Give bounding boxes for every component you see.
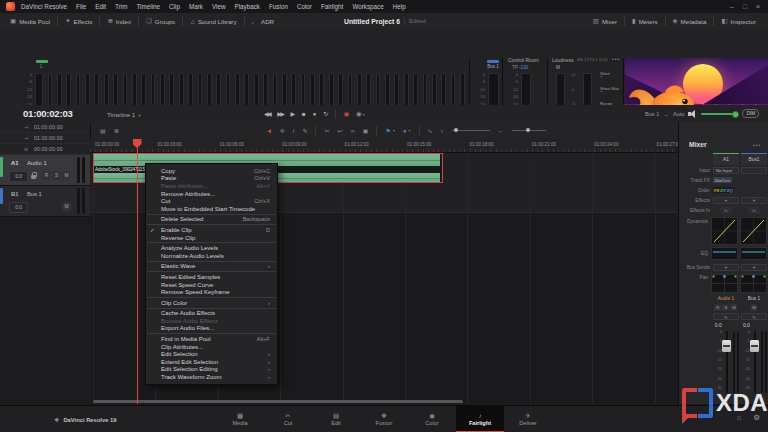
tab-media[interactable]: ▦Media [216, 406, 264, 432]
automation-wave-a1[interactable]: ∿ [713, 313, 739, 320]
solo-button[interactable]: S [52, 171, 61, 180]
menu-item-timeline[interactable]: Timeline [136, 3, 160, 10]
stop-button[interactable]: ■ [302, 111, 306, 117]
chevron-down-icon[interactable]: ▾ [393, 128, 395, 133]
waveform-zoom-icon[interactable]: ∿ [428, 128, 433, 134]
record-arm-button[interactable]: R [714, 304, 721, 311]
lock-icon[interactable] [31, 172, 37, 179]
effects-in-toggle-bus1[interactable]: In [748, 207, 760, 214]
menu-item-view[interactable]: View [212, 3, 226, 10]
button-effects[interactable]: ✦Effects [65, 17, 92, 25]
menu-item-extend-edit-selection[interactable]: Extend Edit Selection› [146, 358, 277, 366]
track-height-slider[interactable] [452, 130, 490, 132]
menu-item-fairlight[interactable]: Fairlight [321, 3, 343, 10]
timeline-view-options-icon[interactable]: ▤ [100, 128, 106, 134]
slider-handle[interactable] [454, 128, 459, 133]
timeline-zoom-slider[interactable] [512, 130, 546, 132]
window-maximize-button[interactable]: □ [743, 0, 747, 13]
menu-item-davinci-resolve[interactable]: DaVinci Resolve [21, 3, 67, 10]
mixer-options-icon[interactable]: ••• [753, 142, 761, 148]
menu-item-help[interactable]: Help [393, 3, 406, 10]
vertical-zoom-icon[interactable]: ↕ [441, 128, 444, 134]
razor-tool-icon[interactable]: ✂ [324, 128, 329, 134]
effects-in-toggle-a1[interactable]: In [720, 207, 732, 214]
mute-button[interactable]: M [750, 304, 757, 311]
dialogue-leveler-badge[interactable]: Dial Lev [713, 177, 732, 183]
add-bus-send-bus1[interactable]: + [741, 264, 767, 271]
horizontal-scrollbar[interactable] [93, 400, 463, 403]
channel-tab-bus1[interactable]: Bus1 [741, 153, 767, 165]
menu-item-edit-selection[interactable]: Edit Selection› [146, 350, 277, 358]
menu-item-reset-edited-samples[interactable]: Reset Edited Samples [146, 273, 277, 281]
tab-cut[interactable]: ✂Cut [264, 406, 312, 432]
button-adr[interactable]: ♩ADR [252, 18, 275, 25]
tab-fusion[interactable]: ❖Fusion [360, 406, 408, 432]
solo-button[interactable]: S [722, 304, 729, 311]
track-header-bus1[interactable]: B1 Bus 1 0.0 M [0, 186, 90, 217]
menu-item-cut[interactable]: CutCtrl+X [146, 197, 277, 205]
automation-mode-icon[interactable]: ◉▾ [356, 110, 373, 118]
selection-pointer-icon[interactable]: ➤ [265, 127, 273, 134]
menu-item-edit[interactable]: Edit [95, 3, 106, 10]
eq-curve-a1[interactable] [711, 247, 738, 260]
menu-item-copy[interactable]: CopyCtrl+C [146, 167, 277, 175]
volume-slider[interactable] [701, 113, 738, 115]
automation-wave-bus1[interactable]: ∿ [741, 313, 767, 320]
fader-handle[interactable] [750, 340, 759, 352]
timeline-selector[interactable]: Timeline 1▾ [107, 111, 141, 118]
track-name[interactable]: Audio 1 [27, 160, 47, 166]
trim-tool-icon[interactable]: ✛ [280, 128, 285, 134]
menu-item-paste[interactable]: PasteCtrl+V [146, 175, 277, 183]
processing-order-badges[interactable]: FXDYEQ [713, 187, 734, 193]
menu-item-clip[interactable]: Clip [169, 3, 180, 10]
horizontal-zoom-icon[interactable]: ↔ [498, 128, 504, 134]
add-bus-send-a1[interactable]: + [713, 264, 739, 271]
menu-item-edit-selection-editing[interactable]: Edit Selection Editing› [146, 366, 277, 374]
menu-item-remove-speed-keyframe[interactable]: Remove Speed Keyframe [146, 288, 277, 296]
loop-button[interactable]: ↻ [323, 111, 328, 117]
tab-color[interactable]: ◉Color [408, 406, 456, 432]
dynamics-curve-bus1[interactable] [740, 217, 767, 245]
track-gain-field[interactable]: 0.0 [9, 202, 28, 213]
menu-item-clip-color[interactable]: Clip Color› [146, 299, 277, 307]
eq-curve-bus1[interactable] [740, 247, 767, 260]
link-icon[interactable]: ∞ [351, 128, 355, 134]
button-mixer[interactable]: ▥Mixer [593, 17, 617, 25]
menu-item-reset-speed-curve[interactable]: Reset Speed Curve [146, 281, 277, 289]
button-metadata[interactable]: ◈Metadata [673, 17, 707, 25]
track-header-audio1[interactable]: A1 Audio 1 0.0 R S M [0, 155, 90, 186]
range-selection-icon[interactable]: I [293, 128, 295, 134]
marker-icon[interactable]: ● [403, 128, 407, 134]
loudness-menu-icon[interactable]: ••• [612, 56, 620, 62]
menu-item-delete-selected[interactable]: Delete SelectedBackspace [146, 216, 277, 224]
record-button[interactable]: ● [313, 111, 317, 117]
play-button[interactable]: ▶ [290, 111, 295, 117]
menu-item-fusion[interactable]: Fusion [269, 3, 288, 10]
menu-item-cache-audio-effects[interactable]: Cache Audio Effects [146, 310, 277, 318]
volume-knob[interactable] [732, 111, 739, 118]
dim-button[interactable]: DIM [742, 109, 759, 118]
menu-item-remove-attributes[interactable]: Remove Attributes... [146, 190, 277, 198]
mute-button[interactable]: M [62, 202, 71, 211]
snap-icon[interactable]: ↩ [338, 128, 343, 134]
fast-forward-button[interactable]: ▶▶ [277, 111, 283, 117]
timeline-ruler[interactable]: 01:00:00:0001:00:03:0001:00:06:0001:00:0… [90, 139, 678, 153]
fader-handle[interactable] [722, 340, 731, 352]
track-gain-field[interactable]: 0.0 [9, 171, 28, 182]
add-effect-button-a1[interactable]: + [713, 197, 739, 204]
tab-edit[interactable]: ▤Edit [312, 406, 360, 432]
menu-item-mark[interactable]: Mark [189, 3, 203, 10]
track-index-icon[interactable]: ≣ [114, 128, 119, 134]
rewind-button[interactable]: ◀◀ [264, 111, 270, 117]
input-select-bus1[interactable] [741, 167, 767, 174]
monitor-mode-label[interactable]: Auto [673, 111, 685, 117]
track-name[interactable]: Bus 1 [27, 191, 42, 197]
menu-item-enable-clip[interactable]: ✓Enable ClipD [146, 226, 277, 234]
menu-item-track-waveform-zoom[interactable]: Track Waveform Zoom› [146, 373, 277, 381]
flag-icon[interactable]: ⚑ [385, 128, 390, 134]
mute-button[interactable]: M [730, 304, 737, 311]
draw-tool-icon[interactable]: ✎ [302, 128, 307, 134]
menu-item-export-audio-files[interactable]: Export Audio Files... [146, 325, 277, 333]
window-minimize-button[interactable]: – [730, 0, 734, 13]
mute-button[interactable]: M [62, 171, 71, 180]
